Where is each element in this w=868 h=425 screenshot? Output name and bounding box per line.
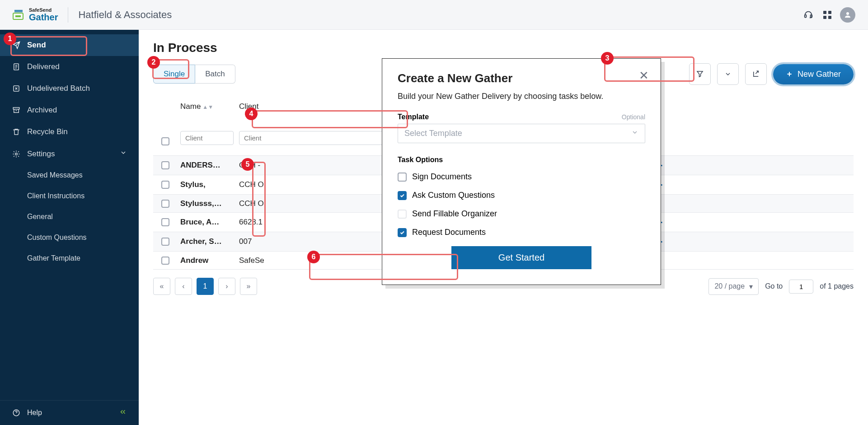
logo: SafeSend Gather: [13, 8, 58, 22]
sidebar-label: Archived: [27, 106, 57, 115]
cell-name: Bruce, A…: [178, 214, 236, 230]
annotation-4: 4: [245, 107, 258, 120]
cell-name: Stylus,: [178, 177, 236, 193]
headset-icon[interactable]: [802, 9, 815, 21]
page-first[interactable]: «: [153, 278, 170, 295]
cell-name: Archer, S…: [178, 234, 236, 250]
sidebar-label: Delivered: [27, 62, 60, 71]
dropdown-button[interactable]: [717, 63, 739, 85]
row-checkbox[interactable]: [161, 181, 169, 189]
trash-icon: [12, 127, 21, 136]
cell-name: ANDERS…: [178, 157, 236, 173]
org-name: Hatfield & Associates: [78, 9, 172, 21]
page-1[interactable]: 1: [197, 278, 214, 295]
x-box-icon: [12, 84, 21, 93]
tab-batch[interactable]: Batch: [195, 65, 235, 84]
task-option[interactable]: Sign Documents: [398, 172, 645, 182]
sidebar-item-delivered[interactable]: Delivered: [0, 56, 139, 78]
sidebar: Send Delivered Undelivered Batch Archive…: [0, 30, 139, 425]
task-options-label: Task Options: [398, 156, 645, 164]
goto-input[interactable]: [789, 280, 813, 294]
task-option[interactable]: Ask Custom Questions: [398, 191, 645, 200]
chevron-down-icon: [631, 129, 638, 138]
annotation-6: 6: [307, 251, 320, 263]
task-label: Ask Custom Questions: [412, 191, 495, 200]
sidebar-item-archived[interactable]: Archived: [0, 99, 139, 121]
get-started-button[interactable]: Get Started: [451, 246, 591, 269]
of-pages: of 1 pages: [820, 282, 854, 290]
template-select[interactable]: Select Template: [398, 124, 645, 143]
sidebar-label: Settings: [27, 149, 55, 159]
logo-text-2: Gather: [29, 13, 58, 22]
task-checkbox[interactable]: [398, 191, 407, 200]
filter-name[interactable]: [180, 131, 234, 145]
sidebar-label: Send: [27, 41, 46, 50]
sidebar-item-send[interactable]: Send: [0, 34, 139, 56]
filter-button[interactable]: [689, 63, 711, 85]
task-checkbox[interactable]: [398, 228, 407, 237]
sidebar-item-undelivered[interactable]: Undelivered Batch: [0, 78, 139, 99]
annotation-1: 1: [4, 33, 16, 45]
plus-icon: [786, 70, 793, 78]
sidebar-sub-saved-messages[interactable]: Saved Messages: [0, 165, 139, 186]
new-gather-modal: ✕ Create a New Gather Build your New Gat…: [382, 58, 661, 285]
page-prev[interactable]: ‹: [175, 278, 192, 295]
apps-icon[interactable]: [821, 9, 834, 21]
new-gather-button[interactable]: New Gather: [773, 64, 854, 84]
annotation-5: 5: [241, 158, 254, 171]
svg-rect-7: [828, 16, 831, 19]
tab-group: Single Batch: [153, 65, 235, 84]
chevron-down-icon: ▾: [749, 282, 753, 291]
main-content: In Process Single Batch New Gather: [139, 30, 868, 425]
svg-rect-4: [823, 11, 826, 14]
sidebar-sub-general[interactable]: General: [0, 206, 139, 227]
row-checkbox[interactable]: [161, 238, 169, 246]
row-checkbox[interactable]: [161, 257, 169, 265]
sidebar-sub-gather-template[interactable]: Gather Template: [0, 248, 139, 269]
sidebar-sub-custom-questions[interactable]: Custom Questions: [0, 227, 139, 248]
task-checkbox[interactable]: [398, 173, 407, 182]
avatar[interactable]: [840, 7, 855, 23]
svg-rect-2: [805, 15, 807, 18]
close-icon[interactable]: ✕: [639, 69, 649, 83]
gear-icon: [12, 149, 21, 159]
collapse-icon[interactable]: [119, 408, 127, 418]
divider: [68, 7, 68, 23]
top-bar: SafeSend Gather Hatfield & Associates: [0, 0, 868, 30]
goto-label: Go to: [765, 282, 783, 290]
tab-single[interactable]: Single: [153, 65, 195, 84]
chevron-down-icon: [120, 149, 127, 159]
modal-subtitle: Build your New Gather Delivery by choosi…: [398, 92, 645, 101]
task-checkbox[interactable]: [398, 210, 407, 219]
svg-rect-11: [13, 107, 19, 109]
sidebar-item-recycle[interactable]: Recycle Bin: [0, 121, 139, 143]
help-icon: [12, 408, 21, 417]
task-option[interactable]: Request Documents: [398, 228, 645, 237]
svg-rect-1: [15, 15, 21, 17]
page-next[interactable]: ›: [218, 278, 235, 295]
row-checkbox[interactable]: [161, 200, 169, 208]
task-label: Request Documents: [412, 228, 486, 237]
sort-icon[interactable]: ▲▼: [202, 104, 213, 110]
svg-point-12: [15, 153, 18, 155]
page-size-select[interactable]: 20 / page▾: [708, 278, 759, 295]
row-checkbox[interactable]: [161, 218, 169, 226]
sidebar-item-settings[interactable]: Settings: [0, 143, 139, 165]
task-option[interactable]: Send Fillable Organizer: [398, 209, 645, 219]
select-all-checkbox[interactable]: [161, 137, 169, 145]
page-last[interactable]: »: [240, 278, 257, 295]
cell-name: Stylusss,…: [178, 196, 236, 212]
template-label: Template: [398, 113, 429, 121]
annotation-3: 3: [601, 52, 614, 65]
annotation-2: 2: [147, 56, 160, 69]
page-title: In Process: [153, 41, 854, 55]
sidebar-sub-client-instructions[interactable]: Client Instructions: [0, 186, 139, 206]
cell-name: Andrew: [178, 252, 236, 269]
svg-rect-5: [828, 11, 831, 14]
task-label: Sign Documents: [412, 172, 472, 182]
export-button[interactable]: [745, 63, 767, 85]
svg-point-8: [846, 12, 849, 15]
task-label: Send Fillable Organizer: [412, 209, 497, 219]
row-checkbox[interactable]: [161, 161, 169, 169]
sidebar-help[interactable]: Help: [0, 400, 139, 425]
